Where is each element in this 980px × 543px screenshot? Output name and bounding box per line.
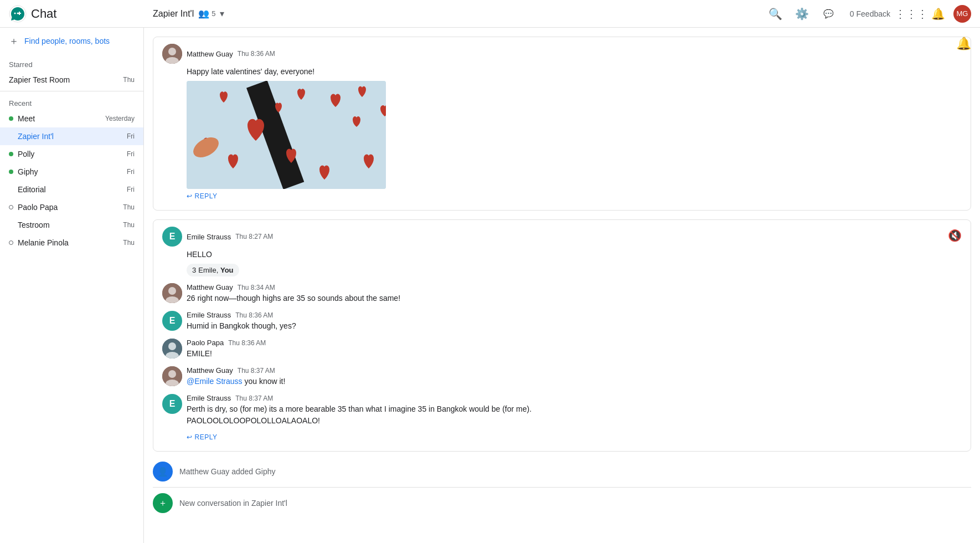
svg-point-4: [168, 48, 176, 55]
online-indicator: [9, 152, 13, 156]
user-avatar[interactable]: MG: [953, 5, 971, 23]
item-time: Fri: [127, 150, 135, 158]
item-name: Melanie Pinola: [18, 238, 118, 247]
emile-humid-row: E Emile Strauss Thu 8:36 AM Humid in Ban…: [162, 308, 962, 335]
no-indicator: [9, 187, 13, 192]
sender-name: Paolo Papa: [187, 339, 224, 347]
item-name: Testroom: [18, 221, 118, 229]
mute-icon[interactable]: 🔇: [948, 229, 962, 242]
msg-header: Paolo Papa Thu 8:36 AM: [187, 339, 266, 347]
sender-name: Emile Strauss: [187, 311, 231, 319]
message-group: Matthew Guay Thu 8:36 AM Happy late vale…: [153, 37, 971, 210]
feedback-count: 0: [850, 9, 854, 18]
valentines-image: [187, 81, 386, 189]
room-info: Zapier Int'l 👥 5 ▾: [153, 8, 765, 19]
emile-avatar2: E: [162, 311, 182, 331]
msg-header: Emile Strauss Thu 8:36 AM: [187, 311, 296, 319]
reply-button-2[interactable]: ↩ REPLY: [162, 430, 217, 444]
msg-time: Thu 8:36 AM: [228, 339, 266, 347]
msg-header: Matthew Guay Thu 8:37 AM: [187, 366, 285, 375]
sender-name: Emile Strauss: [187, 394, 231, 402]
msg-text: Happy late valentines' day, everyone!: [187, 66, 962, 78]
new-conv-icon: ＋: [158, 498, 167, 509]
item-name: Meet: [18, 114, 101, 123]
reaction-names: Emile, You: [198, 266, 233, 274]
sidebar-item-zapier-test-room[interactable]: Zapier Test Room Thu: [0, 71, 143, 89]
feedback-button[interactable]: 0 Feedback: [844, 6, 896, 22]
item-name: Polly: [18, 150, 122, 158]
recent-section-label: Recent: [0, 94, 143, 110]
new-chat-button[interactable]: ＋ Find people, rooms, bots: [0, 28, 143, 55]
sidebar-item-editorial[interactable]: Editorial Fri: [0, 181, 143, 198]
people-icon: 👥: [198, 8, 209, 19]
starred-item-time: Thu: [123, 76, 135, 84]
message-header-emile: E Emile Strauss Thu 8:27 AM: [162, 227, 962, 247]
paolo-message: Paolo Papa Thu 8:36 AM EMILE!: [187, 339, 266, 360]
msg-time: Thu 8:36 AM: [238, 50, 275, 58]
sender-name: Matthew Guay: [187, 50, 233, 58]
emile-avatar: E: [162, 227, 182, 247]
add-person-icon-bg: 👤: [153, 462, 173, 481]
apps-button[interactable]: ⋮⋮⋮: [900, 3, 922, 25]
new-conv-icon-bg: ＋: [153, 493, 173, 513]
room-dropdown-icon[interactable]: ▾: [220, 8, 224, 19]
image-container: [187, 81, 962, 189]
item-time: Thu: [123, 239, 135, 247]
online-indicator: [9, 170, 13, 174]
msg-time: Thu 8:36 AM: [235, 311, 273, 319]
activity-item-new-conv: ＋ New conversation in Zapier Int'l: [144, 488, 980, 519]
sidebar-item-melanie-pinola[interactable]: Melanie Pinola Thu: [0, 234, 143, 252]
starred-item-name: Zapier Test Room: [9, 75, 118, 84]
msg-time: Thu 8:34 AM: [238, 284, 275, 291]
matthew-message: Matthew Guay Thu 8:34 AM 26 right now—th…: [187, 283, 400, 304]
room-name: Zapier Int'l: [153, 9, 194, 19]
sidebar-item-meet[interactable]: Meet Yesterday: [0, 110, 143, 127]
emile-perth-message: Emile Strauss Thu 8:37 AM Perth is dry, …: [187, 394, 532, 427]
sidebar-item-testroom[interactable]: Testroom Thu: [0, 216, 143, 234]
activity-text-giphy: Matthew Guay added Giphy: [179, 467, 276, 476]
item-time: Thu: [123, 221, 135, 229]
circle-indicator: [9, 240, 13, 245]
svg-point-2: [17, 12, 19, 14]
msg-text-mention: @Emile Strauss you know it!: [187, 376, 285, 387]
svg-point-13: [168, 342, 176, 350]
sender-name: Matthew Guay: [187, 283, 233, 291]
activity-text-new-conv: New conversation in Zapier Int'l: [179, 499, 287, 508]
item-time: Fri: [127, 132, 135, 140]
mention-link[interactable]: @Emile Strauss: [187, 377, 243, 386]
sender-name: Emile Strauss: [187, 233, 231, 241]
sidebar-item-giphy[interactable]: Giphy Fri: [0, 163, 143, 181]
matthew-mention-message: Matthew Guay Thu 8:37 AM @Emile Strauss …: [187, 366, 285, 387]
svg-point-16: [168, 370, 176, 378]
add-person-icon: 👤: [157, 467, 168, 477]
matthew-avatar2: [162, 366, 182, 386]
msg-header: Emile Strauss Thu 8:37 AM: [187, 394, 532, 402]
chat-logo-icon: [9, 5, 27, 23]
reaction-bubble[interactable]: 3 Emile, You: [187, 264, 239, 276]
reply-button-1[interactable]: ↩ REPLY: [162, 189, 217, 203]
msg-time: Thu 8:37 AM: [238, 367, 275, 375]
header-actions: 🔍 ⚙️ 💬 0 Feedback ⋮⋮⋮ 🔔 MG: [765, 3, 971, 25]
starred-section-label: Starred: [0, 55, 143, 71]
sidebar-item-polly[interactable]: Polly Fri: [0, 145, 143, 163]
reply-label: REPLY: [195, 433, 218, 441]
sidebar-item-paolo-papa[interactable]: Paolo Papa Thu: [0, 198, 143, 216]
msg-text-hello: HELLO: [187, 249, 962, 260]
feedback-icon-button[interactable]: 💬: [818, 3, 840, 25]
after-mention-text: you know it!: [244, 377, 285, 386]
matthew-reply-row: Matthew Guay Thu 8:34 AM 26 right now—th…: [162, 280, 962, 308]
notifications-button[interactable]: 🔔: [927, 3, 949, 25]
settings-button[interactable]: ⚙️: [791, 3, 813, 25]
message-header: Matthew Guay Thu 8:36 AM: [162, 44, 962, 64]
reaction-count: 3: [192, 266, 196, 274]
plus-icon: ＋: [9, 34, 19, 48]
item-name: Giphy: [18, 167, 122, 176]
reply-arrow-icon: ↩: [187, 192, 193, 200]
chat-content: 🔔 Matthew Guay Thu 8:36 AM: [144, 28, 980, 519]
message-group-emile: E Emile Strauss Thu 8:27 AM HELLO 3 Emil…: [153, 220, 971, 451]
no-indicator: [9, 134, 13, 139]
paolo-row: Paolo Papa Thu 8:36 AM EMILE!: [162, 335, 962, 363]
sidebar-item-zapier-intl[interactable]: Zapier Int'l Fri: [0, 127, 143, 145]
search-button[interactable]: 🔍: [765, 3, 787, 25]
item-name: Paolo Papa: [18, 203, 118, 212]
